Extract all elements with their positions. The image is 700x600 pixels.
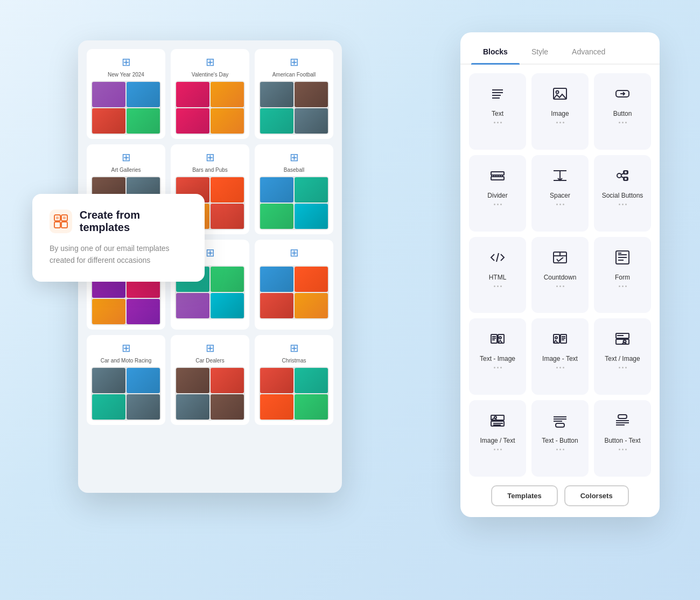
block-form-dots — [619, 285, 627, 287]
block-image[interactable]: Image — [531, 73, 589, 150]
tooltip-card: Create from templates By using one of ou… — [32, 194, 205, 282]
img-preview — [92, 299, 125, 324]
button-text-icon — [611, 409, 634, 432]
block-countdown[interactable]: Countdown — [531, 237, 589, 313]
block-social-buttons-dots — [619, 204, 627, 205]
img-preview — [127, 82, 160, 107]
form-icon — [611, 246, 634, 269]
img-preview — [176, 394, 209, 420]
template-card-christmas[interactable]: ⊞ Christmas — [255, 335, 333, 425]
colorsets-button[interactable]: Colorsets — [564, 485, 629, 506]
block-divider[interactable]: Divider — [469, 155, 526, 232]
img-preview — [92, 368, 125, 393]
template-card-images — [259, 81, 329, 135]
img-preview — [211, 368, 244, 393]
block-button-text[interactable]: Button - Text — [594, 400, 651, 477]
img-preview — [260, 267, 293, 292]
img-preview — [295, 177, 328, 203]
blocks-panel: Blocks Style Advanced Text — [460, 32, 660, 517]
block-form-label: Form — [615, 274, 630, 281]
template-card-label: American Football — [272, 72, 316, 78]
block-text-button-dots — [556, 449, 564, 450]
templates-button[interactable]: Templates — [491, 485, 557, 506]
template-card-label: Bars and Pubs — [192, 167, 228, 173]
template-card-icon: ⊞ — [206, 341, 215, 354]
template-row-1: ⊞ New Year 2024 ⊞ Valentine's Day — [87, 49, 333, 139]
block-html-dots — [494, 285, 502, 287]
image-text-icon — [548, 327, 572, 351]
svg-point-11 — [556, 91, 559, 94]
block-button-label: Button — [613, 110, 632, 117]
text-slash-image-icon — [611, 327, 634, 351]
text-button-icon — [548, 409, 572, 432]
template-card-valentines[interactable]: ⊞ Valentine's Day — [171, 49, 249, 139]
img-preview — [295, 204, 328, 229]
block-text-button[interactable]: Text - Button — [531, 400, 589, 477]
svg-point-20 — [617, 173, 621, 178]
block-text-slash-image[interactable]: Text / Image — [594, 318, 651, 395]
img-preview — [260, 293, 293, 318]
svg-rect-14 — [491, 172, 504, 175]
template-card-football[interactable]: ⊞ American Football — [255, 49, 333, 139]
block-social-buttons[interactable]: Social Buttons — [594, 155, 651, 232]
tab-style[interactable]: Style — [520, 42, 560, 64]
img-preview — [211, 108, 244, 134]
img-preview — [127, 108, 160, 134]
block-text[interactable]: Text — [469, 73, 526, 150]
template-card-label: Art Galleries — [111, 167, 141, 173]
template-card-images — [259, 176, 329, 230]
template-card-baseball[interactable]: ⊞ Baseball — [255, 144, 333, 234]
img-preview — [211, 394, 244, 420]
block-divider-label: Divider — [487, 192, 507, 199]
block-text-dots — [494, 122, 502, 123]
img-preview — [295, 108, 328, 134]
template-card-new-year[interactable]: ⊞ New Year 2024 — [87, 49, 165, 139]
block-html[interactable]: HTML — [469, 237, 526, 313]
block-button-text-label: Button - Text — [604, 437, 640, 444]
block-image-dots — [556, 122, 564, 123]
img-preview — [211, 293, 244, 318]
img-preview — [295, 267, 328, 292]
svg-rect-2 — [54, 222, 60, 228]
block-image-text[interactable]: Image - Text — [531, 318, 589, 395]
divider-icon — [486, 164, 509, 187]
html-icon — [486, 246, 509, 269]
tab-advanced[interactable]: Advanced — [560, 42, 617, 64]
block-text-image[interactable]: Text - Image — [469, 318, 526, 395]
img-preview — [260, 108, 293, 134]
template-card-label: Car Dealers — [195, 358, 224, 364]
block-spacer-label: Spacer — [550, 192, 570, 199]
template-card-car-dealers[interactable]: ⊞ Car Dealers — [171, 335, 249, 425]
block-html-label: HTML — [489, 274, 507, 281]
block-spacer-dots — [556, 204, 564, 205]
text-image-icon — [486, 327, 509, 351]
tabs-header: Blocks Style Advanced — [460, 32, 660, 65]
blocks-grid: Text Image B — [460, 73, 660, 477]
block-spacer[interactable]: Spacer — [531, 155, 589, 232]
template-card-icon: ⊞ — [290, 55, 299, 68]
template-card-images — [91, 81, 161, 135]
block-image-slash-text-dots — [494, 449, 502, 450]
block-image-slash-text[interactable]: Image / Text — [469, 400, 526, 477]
template-card-icon: ⊞ — [206, 55, 215, 68]
img-preview — [295, 293, 328, 318]
block-text-image-dots — [494, 367, 502, 368]
template-card-icon: ⊞ — [206, 246, 215, 259]
block-form[interactable]: Form — [594, 237, 651, 313]
template-card-car-racing[interactable]: ⊞ Car and Moto Racing — [87, 335, 165, 425]
block-image-slash-text-label: Image / Text — [480, 437, 515, 444]
bottom-buttons: Templates Colorsets — [460, 477, 660, 517]
template-card-icon: ⊞ — [206, 151, 215, 164]
img-preview — [176, 368, 209, 393]
template-card-images — [91, 367, 161, 421]
block-text-slash-image-dots — [619, 367, 627, 368]
tab-blocks[interactable]: Blocks — [471, 42, 520, 64]
block-text-button-label: Text - Button — [542, 437, 578, 444]
block-countdown-label: Countdown — [544, 274, 577, 281]
template-card-label: Christmas — [282, 358, 306, 364]
img-preview — [176, 108, 209, 134]
block-button[interactable]: Button — [594, 73, 651, 150]
template-card-misc2[interactable]: ⊞ — [255, 240, 333, 330]
template-card-label: New Year 2024 — [108, 72, 144, 78]
svg-rect-15 — [491, 177, 504, 180]
